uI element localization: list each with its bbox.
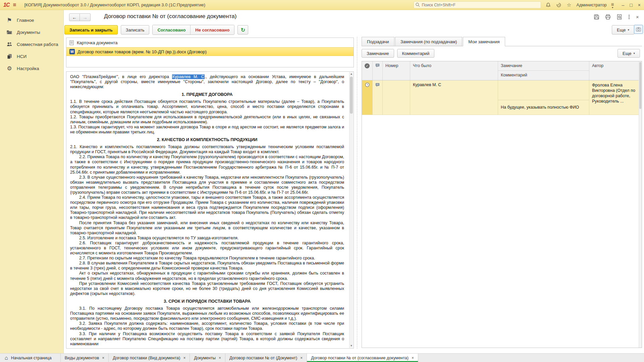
close-tab-icon[interactable]: × [219,356,221,360]
attached-file-row[interactable]: W Договор поставки товаров (врем. № 10-Д… [66,47,354,56]
notifications-bell-icon[interactable] [545,2,551,8]
preview-icon[interactable] [616,14,622,20]
contract-paragraph: 1.2. Товары приобретаются Покупателем дл… [70,115,344,125]
card-header[interactable]: Карточка документа [66,38,354,47]
scroll-down-icon[interactable]: ▼ [350,344,353,348]
home-tab[interactable]: ⌂ Начальная страница [0,354,61,362]
contract-paragraph: 2.7. Претензии по скрытым недостаткам по… [70,256,344,261]
scrollbar-thumb[interactable] [639,62,641,109]
contract-paragraph: 3.3. При наличии у Поставщика возможност… [70,331,344,347]
window-tab-supply-contract-kind[interactable]: Договор поставки (Вид документа) × [109,354,190,362]
close-tab-icon[interactable]: × [412,356,414,360]
check-circle-icon: ✓ [365,63,370,68]
close-window-icon[interactable]: × [638,3,641,7]
user-menu-icon[interactable]: ≡▾ [611,1,614,8]
approval-buttons: Согласовано Не согласовано [152,25,234,35]
restore-icon[interactable]: □ [630,3,632,7]
column-header-comment[interactable]: Комментарий [498,71,589,80]
command-bar: Записать и закрыть Записать Согласовано … [64,25,248,35]
remark-row[interactable]: Куравлев М. С На будущее, указывать полн… [362,80,642,115]
save-button[interactable]: Записать [121,25,150,35]
window-tab-supply-contract-approval[interactable]: Договор поставки № от (согласование доку… [307,354,418,362]
save-icon[interactable] [594,14,599,20]
column-header-what-was[interactable]: Что было [410,61,498,80]
remarks-panel: Подзадачи Замечания (по подзадачам) Мои … [362,37,642,349]
people-icon [6,41,13,48]
word-file-icon: W [69,49,75,54]
close-form-icon[interactable]: × [636,14,639,19]
document-card-panel: Карточка документа W Договор поставки то… [66,38,354,67]
sidebar-item-collaboration[interactable]: Совместная работа [0,38,63,50]
print-icon[interactable] [605,14,611,20]
favorites-star-icon[interactable]: ☆ [566,2,572,8]
collaboration-icon[interactable] [634,25,643,34]
close-tab-icon[interactable]: × [183,356,185,360]
refresh-button[interactable]: ↻ [237,25,248,35]
not-approved-button[interactable]: Не согласовано [190,25,234,35]
close-tab-icon[interactable]: × [300,356,303,360]
document-preview[interactable]: ОАО "ПлазмаТрейдинг", в лице его директо… [66,71,354,349]
close-tab-icon[interactable]: × [102,356,104,360]
more-options-icon[interactable] [628,15,630,19]
contract-paragraph: 3.1. По настоящему Договору поставка Тов… [70,306,344,321]
pages-icon [6,53,13,60]
sidebar-item-settings[interactable]: ⚙ Настройка [0,62,63,74]
navigation-buttons: ← → [69,13,91,21]
column-header-remark[interactable]: Замечание [498,61,589,71]
window-tab-document-kinds[interactable]: Виды документов × [61,354,109,362]
remark-comment-cell: На будущее, указывать полностью ФИО [498,100,589,115]
remarks-more-button[interactable]: Еще▾ [618,49,640,58]
scrollbar-thumb[interactable] [350,77,353,114]
open-windows-bar: ⌂ Начальная страница Виды документов × Д… [0,353,644,362]
tab-subtasks[interactable]: Подзадачи [362,37,394,46]
main-menu-icon[interactable]: ≡ [13,2,16,8]
contract-paragraph: 2.8. В случае выявления Покупателем в То… [70,261,344,271]
window-tab-documents[interactable]: Документы × [190,354,225,362]
contract-section-heading: 1. ПРЕДМЕТ ДОГОВОРА [70,92,344,97]
selected-text: Куравлев М. С [172,74,205,79]
search-input[interactable] [414,1,541,8]
contract-paragraph: 2.6. Поставщик гарантирует доброкачестве… [70,241,344,256]
document-scrollbar[interactable]: ▲ ▼ [349,72,353,348]
remarks-scrollbar[interactable] [639,61,642,348]
add-comment-button[interactable]: Комментарий [397,49,435,58]
home-icon: ⌂ [5,355,8,361]
remarks-tabs: Подзадачи Замечания (по подзадачам) Мои … [362,37,642,46]
global-search[interactable] [414,1,541,8]
panel-splitter[interactable] [357,37,357,349]
tab-remarks-by-subtasks[interactable]: Замечания (по подзадачам) [395,37,463,46]
tab-my-remarks[interactable]: Мои замечания [463,37,505,46]
sidebar-item-documents[interactable]: Документы [0,26,63,38]
window-tab-supply-contract-document[interactable]: Договор поставки № от (Документ) × [225,354,307,362]
sidebar-item-nsi[interactable]: НСИ [0,50,63,62]
message-icon [375,83,380,87]
message-column-header[interactable] [373,61,383,80]
current-user[interactable]: Администратор [577,3,607,7]
back-button[interactable]: ← [69,13,80,21]
remark-text-cell [498,80,589,100]
contract-section-heading: 2. КАЧЕСТВО И КОМПЛЕКТНОСТЬ ПРОДУКЦИИ [70,137,344,142]
flag-icon: ⚑ [6,17,13,23]
gear-icon: ⚙ [6,65,13,72]
contract-paragraph: При установлении Комиссией несоответстви… [70,281,344,296]
form-area: ← → Договор поставки № от (согласование … [64,10,644,353]
contract-paragraph: 1.3. Поставщик гарантирует, что на момен… [70,125,344,135]
sidebar-item-main[interactable]: ⚑ Главное [0,14,63,26]
history-icon[interactable] [556,2,562,8]
add-remark-button[interactable]: Замечание [362,49,394,58]
page-title: Договор поставки № от (согласование доку… [104,13,236,20]
column-header-author[interactable]: Автор [589,61,642,80]
scroll-up-icon[interactable]: ▲ [350,72,353,76]
contract-paragraph: 2.4. Прием Товара по количеству, целостн… [70,195,344,220]
form-more-button[interactable]: Еще▾ [612,25,634,35]
column-header-number[interactable]: Номер [383,61,410,80]
resolved-column-header[interactable]: ✓ [362,61,373,80]
save-and-close-button[interactable]: Записать и закрыть [64,25,118,35]
contract-paragraph: 1.1. В течение срока действия Поставщик … [70,99,344,114]
remark-number-cell [383,80,410,115]
remark-message-cell [373,80,383,115]
remarks-table-header: ✓ Номер Что было Замечание Комментарий [362,61,642,80]
minimize-icon[interactable]: – [622,3,625,7]
forward-button[interactable]: → [80,13,91,21]
approved-button[interactable]: Согласовано [153,25,190,35]
